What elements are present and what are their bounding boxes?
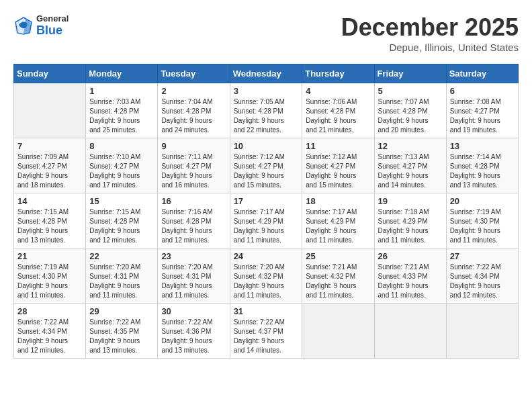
calendar-day-cell: 7Sunrise: 7:09 AM Sunset: 4:27 PM Daylig… [14,138,86,193]
calendar-week-row: 28Sunrise: 7:22 AM Sunset: 4:34 PM Dayli… [14,304,519,359]
day-of-week-header: Friday [374,64,446,83]
day-info: Sunrise: 7:15 AM Sunset: 4:28 PM Dayligh… [17,208,82,245]
day-info: Sunrise: 7:03 AM Sunset: 4:28 PM Dayligh… [89,97,154,135]
day-info: Sunrise: 7:22 AM Sunset: 4:35 PM Dayligh… [89,318,154,355]
day-number: 25 [306,251,370,261]
calendar-day-cell: 12Sunrise: 7:13 AM Sunset: 4:27 PM Dayli… [374,138,446,193]
day-info: Sunrise: 7:04 AM Sunset: 4:28 PM Dayligh… [161,97,226,135]
calendar-day-cell: 31Sunrise: 7:22 AM Sunset: 4:37 PM Dayli… [230,304,302,359]
calendar-day-cell: 23Sunrise: 7:20 AM Sunset: 4:31 PM Dayli… [158,248,230,304]
day-number: 27 [450,251,515,261]
day-number: 30 [161,306,226,316]
calendar-day-cell: 15Sunrise: 7:15 AM Sunset: 4:28 PM Dayli… [86,193,158,248]
calendar-day-cell: 17Sunrise: 7:17 AM Sunset: 4:29 PM Dayli… [230,193,302,248]
day-info: Sunrise: 7:20 AM Sunset: 4:31 PM Dayligh… [89,263,154,300]
calendar-day-cell: 4Sunrise: 7:06 AM Sunset: 4:28 PM Daylig… [302,83,374,138]
day-info: Sunrise: 7:17 AM Sunset: 4:29 PM Dayligh… [306,208,370,245]
day-number: 20 [450,196,515,206]
day-info: Sunrise: 7:14 AM Sunset: 4:28 PM Dayligh… [450,152,515,190]
day-number: 2 [161,86,226,96]
day-number: 15 [89,196,154,206]
calendar-day-cell: 26Sunrise: 7:21 AM Sunset: 4:33 PM Dayli… [374,248,446,304]
calendar-day-cell: 29Sunrise: 7:22 AM Sunset: 4:35 PM Dayli… [86,304,158,359]
day-info: Sunrise: 7:16 AM Sunset: 4:28 PM Dayligh… [161,208,226,245]
day-info: Sunrise: 7:11 AM Sunset: 4:27 PM Dayligh… [161,152,226,190]
calendar-day-cell: 13Sunrise: 7:14 AM Sunset: 4:28 PM Dayli… [446,138,518,193]
calendar-day-cell: 16Sunrise: 7:16 AM Sunset: 4:28 PM Dayli… [158,193,230,248]
day-info: Sunrise: 7:12 AM Sunset: 4:27 PM Dayligh… [306,152,370,190]
logo-text: General Blue [36,13,69,38]
calendar-day-cell: 27Sunrise: 7:22 AM Sunset: 4:34 PM Dayli… [446,248,518,304]
empty-day-cell [302,304,374,359]
calendar-day-cell: 3Sunrise: 7:05 AM Sunset: 4:28 PM Daylig… [230,83,302,138]
day-number: 11 [306,141,370,151]
day-number: 4 [306,86,370,96]
day-number: 13 [450,141,515,151]
day-number: 21 [17,251,82,261]
day-number: 5 [378,86,443,96]
calendar-day-cell: 22Sunrise: 7:20 AM Sunset: 4:31 PM Dayli… [86,248,158,304]
calendar-day-cell: 9Sunrise: 7:11 AM Sunset: 4:27 PM Daylig… [158,138,230,193]
calendar-table: SundayMondayTuesdayWednesdayThursdayFrid… [13,64,519,359]
empty-day-cell [14,83,86,138]
calendar-day-cell: 11Sunrise: 7:12 AM Sunset: 4:27 PM Dayli… [302,138,374,193]
calendar-day-cell: 5Sunrise: 7:07 AM Sunset: 4:28 PM Daylig… [374,83,446,138]
page-header: General Blue December 2025 Depue, Illino… [13,13,519,53]
day-info: Sunrise: 7:13 AM Sunset: 4:27 PM Dayligh… [378,152,443,190]
day-of-week-header: Monday [86,64,158,83]
day-number: 17 [234,196,299,206]
day-info: Sunrise: 7:05 AM Sunset: 4:28 PM Dayligh… [234,97,299,135]
calendar-day-cell: 21Sunrise: 7:19 AM Sunset: 4:30 PM Dayli… [14,248,86,304]
day-number: 23 [161,251,226,261]
day-of-week-header: Sunday [14,64,86,83]
day-info: Sunrise: 7:19 AM Sunset: 4:30 PM Dayligh… [450,208,515,245]
day-info: Sunrise: 7:12 AM Sunset: 4:27 PM Dayligh… [234,152,299,190]
calendar-week-row: 21Sunrise: 7:19 AM Sunset: 4:30 PM Dayli… [14,248,519,304]
calendar-day-cell: 28Sunrise: 7:22 AM Sunset: 4:34 PM Dayli… [14,304,86,359]
day-info: Sunrise: 7:15 AM Sunset: 4:28 PM Dayligh… [89,208,154,245]
calendar-day-cell: 8Sunrise: 7:10 AM Sunset: 4:27 PM Daylig… [86,138,158,193]
day-number: 29 [89,306,154,316]
day-number: 18 [306,196,370,206]
logo: General Blue [13,13,69,38]
day-of-week-header: Saturday [446,64,518,83]
day-number: 28 [17,306,82,316]
calendar-day-cell: 18Sunrise: 7:17 AM Sunset: 4:29 PM Dayli… [302,193,374,248]
day-number: 31 [234,306,299,316]
calendar-day-cell: 14Sunrise: 7:15 AM Sunset: 4:28 PM Dayli… [14,193,86,248]
calendar-header-row: SundayMondayTuesdayWednesdayThursdayFrid… [14,64,519,83]
day-of-week-header: Thursday [302,64,374,83]
day-number: 8 [89,141,154,151]
day-info: Sunrise: 7:21 AM Sunset: 4:33 PM Dayligh… [378,263,443,300]
day-info: Sunrise: 7:22 AM Sunset: 4:34 PM Dayligh… [450,263,515,300]
day-number: 12 [378,141,443,151]
day-info: Sunrise: 7:22 AM Sunset: 4:34 PM Dayligh… [17,318,82,355]
calendar-day-cell: 25Sunrise: 7:21 AM Sunset: 4:32 PM Dayli… [302,248,374,304]
calendar-day-cell: 20Sunrise: 7:19 AM Sunset: 4:30 PM Dayli… [446,193,518,248]
day-info: Sunrise: 7:17 AM Sunset: 4:29 PM Dayligh… [234,208,299,245]
day-number: 6 [450,86,515,96]
day-number: 14 [17,196,82,206]
calendar-day-cell: 6Sunrise: 7:08 AM Sunset: 4:27 PM Daylig… [446,83,518,138]
day-info: Sunrise: 7:10 AM Sunset: 4:27 PM Dayligh… [89,152,154,190]
day-info: Sunrise: 7:20 AM Sunset: 4:32 PM Dayligh… [234,263,299,300]
day-number: 22 [89,251,154,261]
day-info: Sunrise: 7:22 AM Sunset: 4:36 PM Dayligh… [161,318,226,355]
day-info: Sunrise: 7:07 AM Sunset: 4:28 PM Dayligh… [378,97,443,135]
empty-day-cell [374,304,446,359]
month-title: December 2025 [341,13,519,42]
day-of-week-header: Wednesday [230,64,302,83]
location-text: Depue, Illinois, United States [341,42,519,53]
day-info: Sunrise: 7:08 AM Sunset: 4:27 PM Dayligh… [450,97,515,135]
calendar-week-row: 14Sunrise: 7:15 AM Sunset: 4:28 PM Dayli… [14,193,519,248]
day-of-week-header: Tuesday [158,64,230,83]
day-info: Sunrise: 7:18 AM Sunset: 4:29 PM Dayligh… [378,208,443,245]
day-number: 7 [17,141,82,151]
calendar-week-row: 7Sunrise: 7:09 AM Sunset: 4:27 PM Daylig… [14,138,519,193]
calendar-day-cell: 24Sunrise: 7:20 AM Sunset: 4:32 PM Dayli… [230,248,302,304]
day-number: 1 [89,86,154,96]
day-number: 3 [234,86,299,96]
title-block: December 2025 Depue, Illinois, United St… [341,13,519,53]
calendar-day-cell: 10Sunrise: 7:12 AM Sunset: 4:27 PM Dayli… [230,138,302,193]
day-number: 26 [378,251,443,261]
